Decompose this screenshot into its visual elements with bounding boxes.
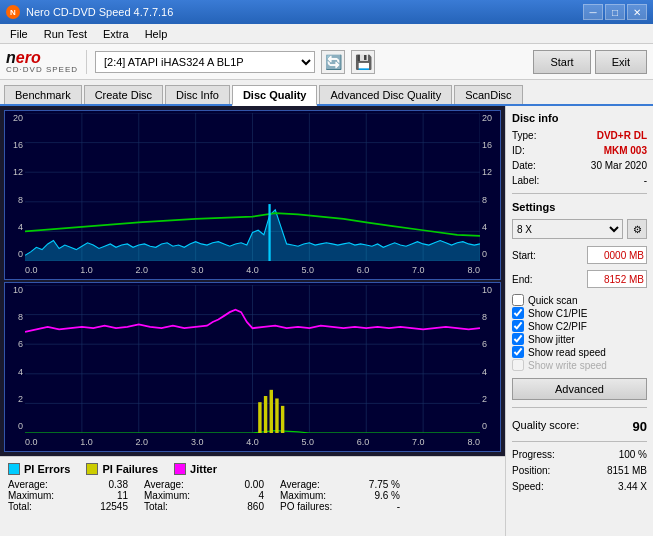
progress-row: Progress: 100 % <box>512 449 647 460</box>
pi-failures-label: PI Failures <box>102 463 158 475</box>
pi-errors-avg-val: 0.38 <box>109 479 128 490</box>
chart1-y-left: 20 16 12 8 4 0 <box>5 111 25 261</box>
refresh-button[interactable]: 🔄 <box>321 50 345 74</box>
start-button[interactable]: Start <box>533 50 590 74</box>
checkbox-label-4: Show read speed <box>528 347 606 358</box>
disc-type-val: DVD+R DL <box>597 130 647 141</box>
toolbar-separator <box>86 50 87 74</box>
position-label: Position: <box>512 465 550 476</box>
svg-rect-30 <box>264 396 267 433</box>
pi-failures-max-val: 4 <box>258 490 264 501</box>
menu-run-test[interactable]: Run Test <box>38 27 93 41</box>
end-mb-input[interactable] <box>587 270 647 288</box>
chart2-x-axis: 0.0 1.0 2.0 3.0 4.0 5.0 6.0 7.0 8.0 <box>25 433 480 451</box>
chart1-y-right: 20 16 12 8 4 0 <box>480 111 500 261</box>
start-mb-input[interactable] <box>587 246 647 264</box>
quality-score-row: Quality score: 90 <box>512 419 647 434</box>
speed-row: Speed: 3.44 X <box>512 481 647 492</box>
disc-type-row: Type: DVD+R DL <box>512 130 647 141</box>
right-panel: Disc info Type: DVD+R DL ID: MKM 003 Dat… <box>505 106 653 536</box>
main-content: 20 16 12 8 4 0 20 16 12 8 4 0 <box>0 106 653 536</box>
checkbox-row-5: Show write speed <box>512 359 647 371</box>
position-val: 8151 MB <box>607 465 647 476</box>
chart2-y-right: 10 8 6 4 2 0 <box>480 283 500 433</box>
tab-disc-info[interactable]: Disc Info <box>165 85 230 104</box>
tab-create-disc[interactable]: Create Disc <box>84 85 163 104</box>
exit-button[interactable]: Exit <box>595 50 647 74</box>
settings-icon-button[interactable]: ⚙ <box>627 219 647 239</box>
checkbox-row-2: Show C2/PIF <box>512 320 647 332</box>
quality-score-label: Quality score: <box>512 419 579 434</box>
checkbox-label-2: Show C2/PIF <box>528 321 587 332</box>
chart-pi-failures: 10 8 6 4 2 0 10 8 6 4 2 0 <box>4 282 501 452</box>
disc-date-row: Date: 30 Mar 2020 <box>512 160 647 171</box>
drive-select[interactable]: [2:4] ATAPI iHAS324 A BL1P <box>95 51 315 73</box>
checkbox-5 <box>512 359 524 371</box>
menu-bar: File Run Test Extra Help <box>0 24 653 44</box>
tab-advanced-disc-quality[interactable]: Advanced Disc Quality <box>319 85 452 104</box>
legend-area: PI Errors PI Failures Jitter Average: 0.… <box>0 456 505 536</box>
checkbox-0[interactable] <box>512 294 524 306</box>
legend-pi-failures: PI Failures <box>86 463 158 475</box>
checkbox-1[interactable] <box>512 307 524 319</box>
advanced-button[interactable]: Advanced <box>512 378 647 400</box>
jitter-avg-row: Average: 7.75 % <box>280 479 400 490</box>
app-icon: N <box>6 5 20 19</box>
menu-file[interactable]: File <box>4 27 34 41</box>
jitter-color <box>174 463 186 475</box>
stats-row: Average: 0.38 Maximum: 11 Total: 12545 A… <box>8 479 497 512</box>
logo-sub: CD·DVD SPEED <box>6 66 78 74</box>
progress-val: 100 % <box>619 449 647 460</box>
menu-extra[interactable]: Extra <box>97 27 135 41</box>
pi-errors-total-label: Total: <box>8 501 32 512</box>
tab-benchmark[interactable]: Benchmark <box>4 85 82 104</box>
pi-failures-avg-row: Average: 0.00 <box>144 479 264 490</box>
minimize-button[interactable]: ─ <box>583 4 603 20</box>
disc-date-label: Date: <box>512 160 536 171</box>
pi-failures-max-row: Maximum: 4 <box>144 490 264 501</box>
checkbox-4[interactable] <box>512 346 524 358</box>
tab-disc-quality[interactable]: Disc Quality <box>232 85 318 106</box>
checkbox-3[interactable] <box>512 333 524 345</box>
menu-help[interactable]: Help <box>139 27 174 41</box>
speed-select[interactable]: 8 X <box>512 219 623 239</box>
disc-info-title: Disc info <box>512 112 647 124</box>
disc-id-row: ID: MKM 003 <box>512 145 647 156</box>
end-label: End: <box>512 274 533 285</box>
divider3 <box>512 441 647 442</box>
jitter-avg-val: 7.75 % <box>369 479 400 490</box>
jitter-max-label: Maximum: <box>280 490 326 501</box>
svg-rect-33 <box>281 406 284 433</box>
charts-area: 20 16 12 8 4 0 20 16 12 8 4 0 <box>0 106 505 456</box>
tab-scan-disc[interactable]: ScanDisc <box>454 85 522 104</box>
start-mb-row: Start: <box>512 246 647 264</box>
disc-id-val: MKM 003 <box>604 145 647 156</box>
svg-rect-31 <box>270 390 273 433</box>
disc-label-label: Label: <box>512 175 539 186</box>
jitter-max-val: 9.6 % <box>374 490 400 501</box>
checkbox-2[interactable] <box>512 320 524 332</box>
divider1 <box>512 193 647 194</box>
checkbox-label-1: Show C1/PIE <box>528 308 587 319</box>
pi-errors-total-val: 12545 <box>100 501 128 512</box>
toolbar-right: Start Exit <box>533 50 647 74</box>
chart-pi-errors: 20 16 12 8 4 0 20 16 12 8 4 0 <box>4 110 501 280</box>
jitter-max-row: Maximum: 9.6 % <box>280 490 400 501</box>
divider2 <box>512 407 647 408</box>
jitter-label: Jitter <box>190 463 217 475</box>
title-bar: N Nero CD-DVD Speed 4.7.7.16 ─ □ ✕ <box>0 0 653 24</box>
checkboxes-group: Quick scanShow C1/PIEShow C2/PIFShow jit… <box>512 294 647 372</box>
end-mb-row: End: <box>512 270 647 288</box>
logo: nero CD·DVD SPEED <box>6 50 78 74</box>
pi-errors-label: PI Errors <box>24 463 70 475</box>
po-failures-row: PO failures: - <box>280 501 400 512</box>
chart2-y-left: 10 8 6 4 2 0 <box>5 283 25 433</box>
maximize-button[interactable]: □ <box>605 4 625 20</box>
toolbar: nero CD·DVD SPEED [2:4] ATAPI iHAS324 A … <box>0 44 653 80</box>
save-button[interactable]: 💾 <box>351 50 375 74</box>
speed-label: Speed: <box>512 481 544 492</box>
po-failures-label: PO failures: <box>280 501 332 512</box>
chart2-plot <box>25 285 480 433</box>
legend-row: PI Errors PI Failures Jitter <box>8 463 497 475</box>
close-button[interactable]: ✕ <box>627 4 647 20</box>
